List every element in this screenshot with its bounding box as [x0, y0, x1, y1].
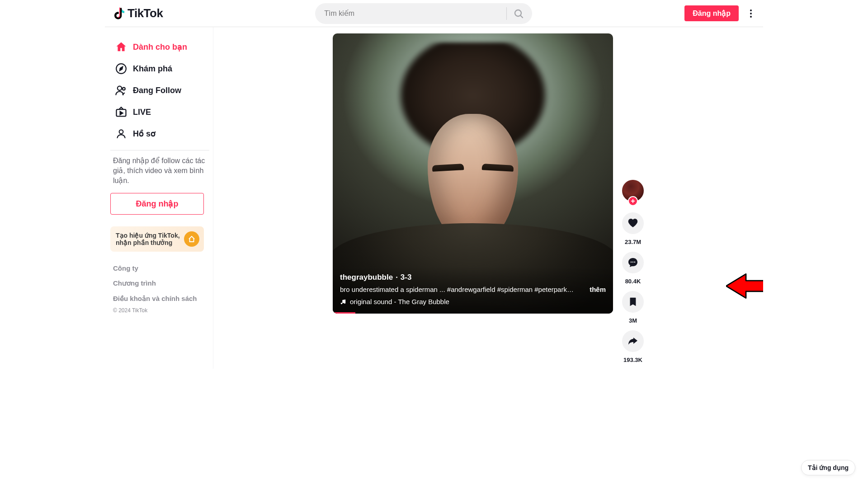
sidebar-item-label: Dành cho bạn — [133, 42, 187, 52]
header-right: Đăng nhập — [684, 5, 756, 22]
caption-more-button[interactable]: thêm — [590, 286, 606, 293]
brand-label: TikTok — [127, 6, 163, 20]
svg-marker-10 — [120, 112, 123, 115]
search-input[interactable] — [324, 9, 503, 18]
share-button[interactable] — [622, 330, 644, 352]
header-login-button[interactable]: Đăng nhập — [684, 5, 739, 21]
sidebar: Dành cho bạn Khám phá Đang Follow LIVE H… — [105, 27, 213, 369]
svg-point-7 — [118, 86, 122, 90]
sidebar-item-following[interactable]: Đang Follow — [110, 80, 209, 101]
home-icon — [115, 41, 127, 53]
sidebar-item-label: Đang Follow — [133, 86, 181, 95]
effect-icon — [184, 231, 199, 247]
footer-link-program[interactable]: Chương trình — [113, 279, 207, 287]
music-note-icon — [340, 299, 346, 305]
svg-point-4 — [750, 16, 752, 18]
svg-point-12 — [341, 302, 343, 304]
svg-point-13 — [344, 302, 346, 304]
like-count: 23.7M — [625, 239, 641, 245]
compass-icon — [115, 62, 127, 75]
people-icon — [115, 84, 127, 97]
sound-name: original sound - The Gray Bubble — [350, 298, 449, 305]
comment-button[interactable] — [622, 252, 644, 273]
hashtags: #andrewgarfield #spiderman #peterparker … — [447, 286, 575, 293]
sidebar-item-live[interactable]: LIVE — [110, 101, 209, 123]
search-container — [166, 3, 681, 24]
feed-item: thegraybubble · 3-3 bro underestimated a… — [333, 33, 644, 369]
header: TikTok Đăng nhập — [105, 0, 763, 27]
footer-links: Công ty Chương trình Điều khoản và chính… — [110, 264, 209, 303]
divider — [110, 150, 209, 150]
sidebar-item-profile[interactable]: Hồ sơ — [110, 123, 209, 145]
share-count: 193.3K — [623, 357, 642, 363]
like-button[interactable] — [622, 212, 644, 234]
more-vertical-icon — [750, 9, 752, 18]
annotation-arrow-icon — [726, 270, 763, 302]
tiktok-note-icon — [112, 7, 126, 20]
effect-card-label: Tạo hiệu ứng TikTok, nhận phần thưởng — [116, 232, 180, 246]
tiktok-logo[interactable]: TikTok — [112, 6, 163, 20]
header-more-button[interactable] — [746, 5, 756, 22]
author-avatar-container — [622, 180, 644, 202]
svg-point-15 — [632, 262, 633, 263]
svg-line-1 — [521, 15, 523, 18]
save-button[interactable] — [622, 291, 644, 313]
svg-point-2 — [750, 9, 752, 11]
caption-row: bro underestimated a spiderman ... #andr… — [340, 286, 606, 293]
post-date: 3-3 — [401, 273, 412, 282]
sound-row[interactable]: original sound - The Gray Bubble — [340, 298, 606, 305]
svg-point-3 — [750, 13, 752, 14]
svg-marker-6 — [120, 67, 123, 71]
copyright-text: © 2024 TikTok — [110, 307, 209, 314]
svg-point-8 — [123, 88, 125, 90]
footer-link-terms[interactable]: Điều khoản và chính sách — [113, 295, 207, 303]
bookmark-icon — [628, 297, 638, 307]
sidebar-item-label: Hồ sơ — [133, 129, 156, 139]
svg-marker-17 — [726, 274, 763, 298]
sidebar-item-label: LIVE — [133, 108, 151, 117]
user-icon — [115, 127, 127, 140]
sidebar-item-for-you[interactable]: Dành cho bạn — [110, 36, 209, 58]
live-icon — [115, 106, 127, 118]
search-icon — [513, 8, 524, 19]
search-divider — [506, 7, 507, 20]
svg-point-14 — [631, 262, 632, 263]
svg-point-16 — [634, 262, 635, 263]
action-bar: 23.7M 80.4K 3M 193.3K — [622, 180, 644, 369]
sidebar-login-button[interactable]: Đăng nhập — [110, 193, 204, 215]
share-icon — [627, 336, 638, 347]
caption-text: bro underestimated a spiderman ... #andr… — [340, 286, 575, 293]
comment-count: 80.4K — [625, 278, 641, 285]
main-feed: thegraybubble · 3-3 bro underestimated a… — [213, 27, 763, 369]
svg-point-11 — [119, 130, 123, 134]
sidebar-item-explore[interactable]: Khám phá — [110, 58, 209, 80]
video-progress-bar[interactable] — [333, 312, 355, 314]
comment-icon — [627, 257, 638, 268]
follow-button[interactable] — [628, 196, 638, 206]
login-prompt-text: Đăng nhập để follow các tác giả, thích v… — [110, 156, 209, 186]
save-count: 3M — [629, 317, 637, 324]
search-button[interactable] — [509, 4, 528, 23]
effect-house-card[interactable]: Tạo hiệu ứng TikTok, nhận phần thưởng — [110, 226, 204, 252]
author-username: thegraybubble — [340, 273, 393, 282]
video-player[interactable]: thegraybubble · 3-3 bro underestimated a… — [333, 33, 613, 314]
plus-icon — [630, 198, 636, 204]
search-bar — [315, 3, 532, 24]
video-overlay: thegraybubble · 3-3 bro underestimated a… — [333, 267, 613, 314]
sidebar-item-label: Khám phá — [133, 64, 172, 74]
author-row[interactable]: thegraybubble · 3-3 — [340, 273, 606, 282]
footer-link-company[interactable]: Công ty — [113, 264, 207, 272]
heart-icon — [627, 218, 638, 229]
